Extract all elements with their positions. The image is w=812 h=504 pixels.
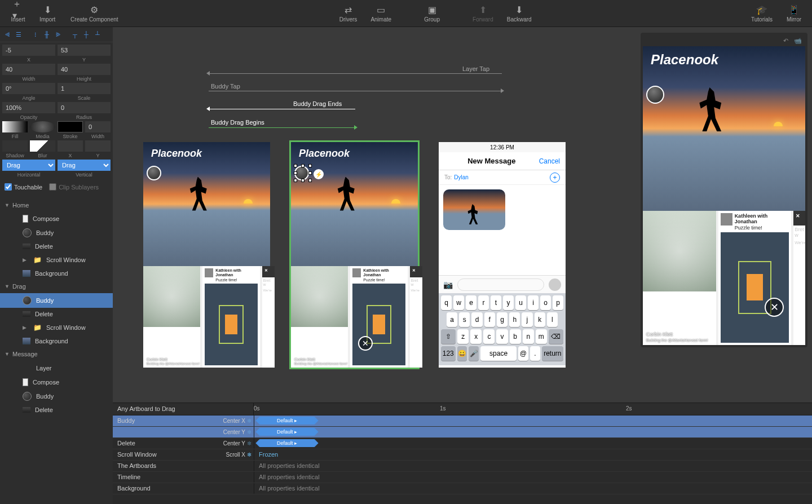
mic-icon[interactable] <box>549 278 561 291</box>
kb-key-c[interactable]: c <box>483 329 495 344</box>
backward-button[interactable]: ⬇ Backward <box>501 2 537 25</box>
blur-swatch[interactable] <box>30 140 55 152</box>
to-value[interactable]: Dylan <box>454 174 469 180</box>
lightning-icon[interactable]: ⚡ <box>314 169 324 179</box>
tree-section-drag[interactable]: ▼Drag <box>0 280 113 293</box>
insert-button[interactable]: ＋▾ Insert <box>5 2 32 25</box>
preview-close-icon[interactable]: ✕ <box>765 298 784 317</box>
kb-dot[interactable]: . <box>530 346 540 361</box>
animate-button[interactable]: ▭ Animate <box>365 2 397 25</box>
kb-mic[interactable]: 🎤 <box>469 346 479 361</box>
attachment-thumbnail[interactable] <box>443 189 505 230</box>
forward-button[interactable]: ⬆ Forward <box>467 2 499 25</box>
kb-key-j[interactable]: j <box>522 312 532 327</box>
tree-item-delete-drag[interactable]: Delete <box>0 308 113 320</box>
kb-key-o[interactable]: o <box>540 295 551 310</box>
tree-item-buddy-drag[interactable]: Buddy <box>0 293 113 308</box>
timeline-row[interactable]: DeleteCenter Y ❄Default ▸ <box>113 438 812 449</box>
artboard-drag[interactable]: Placenook ⚡ Corbin KlettBuilding the @At… <box>291 142 418 368</box>
undo-icon[interactable]: ↶ <box>783 37 788 45</box>
kb-key-v[interactable]: v <box>496 329 508 344</box>
import-button[interactable]: ⬇ Import <box>34 2 61 25</box>
kb-key-n[interactable]: n <box>523 329 534 344</box>
media-swatch[interactable] <box>30 121 55 132</box>
kb-123[interactable]: 123 <box>441 346 456 361</box>
kb-key-b[interactable]: b <box>510 329 521 344</box>
artboard-message[interactable]: 12:36 PM New Message Cancel To: Dylan + … <box>439 142 566 368</box>
distribute-v-icon[interactable]: ┼ <box>81 29 91 39</box>
timeline-row[interactable]: TimelineAll properties identical <box>113 472 812 483</box>
kb-key-z[interactable]: z <box>457 329 469 344</box>
tree-item-scroll-drag[interactable]: ▶📁Scroll Window <box>0 320 113 335</box>
horizontal-dropdown[interactable]: Drag <box>2 160 55 171</box>
kb-key-q[interactable]: q <box>441 295 452 310</box>
shadow-swatch[interactable] <box>2 140 28 152</box>
kb-key-k[interactable]: k <box>535 312 545 327</box>
kb-key-h[interactable]: h <box>509 312 520 327</box>
distribute-h-icon[interactable]: ┬ <box>70 29 80 39</box>
x-input[interactable] <box>2 45 55 56</box>
tree-item-background-home[interactable]: Background <box>0 267 113 280</box>
camera-icon[interactable]: 📷 <box>443 280 453 289</box>
tree-item-scroll-home[interactable]: ▶📁Scroll Window <box>0 253 113 267</box>
touchable-checkbox[interactable]: Touchable <box>2 181 45 193</box>
timeline-row[interactable]: Scroll WindowScroll X ❄Frozen <box>113 449 812 461</box>
tree-section-home[interactable]: ▼Home <box>0 198 113 212</box>
kb-key-x[interactable]: x <box>470 329 482 344</box>
kb-key-f[interactable]: f <box>484 312 495 327</box>
preview-avatar[interactable] <box>646 86 664 104</box>
timeline-row[interactable]: BackgroundAll properties identical <box>113 483 812 494</box>
kb-key-p[interactable]: p <box>553 295 563 310</box>
tree-item-buddy-home[interactable]: Buddy <box>0 226 113 240</box>
kb-key-t[interactable]: t <box>491 295 501 310</box>
kb-key-r[interactable]: r <box>478 295 489 310</box>
stroke-width-input[interactable] <box>85 121 111 132</box>
timeline-row[interactable]: The ArtboardsAll properties identical <box>113 461 812 472</box>
height-input[interactable] <box>58 64 111 75</box>
tutorials-button[interactable]: 🎓 Tutorials <box>745 2 778 25</box>
tree-item-background-drag[interactable]: Background <box>0 335 113 347</box>
artboard-home[interactable]: Placenook Corbin KlettBuilding the @Atla… <box>143 142 270 368</box>
vertical-dropdown[interactable]: Drag <box>58 160 111 171</box>
tree-item-compose[interactable]: Compose <box>0 212 113 226</box>
tree-item-buddy-msg[interactable]: Buddy <box>0 389 113 404</box>
tree-item-compose-msg[interactable]: Compose <box>0 375 113 389</box>
message-input[interactable] <box>457 278 544 291</box>
mirror-button[interactable]: 📱 Mirror <box>780 2 807 25</box>
timeline-row[interactable]: BuddyCenter X ❄Default ▸ <box>113 415 812 427</box>
align-left-icon[interactable]: ⫷ <box>2 29 12 39</box>
fill-swatch[interactable] <box>2 121 28 132</box>
width-input[interactable] <box>2 64 55 75</box>
kb-key-a[interactable]: a <box>447 312 457 327</box>
kb-key-g[interactable]: g <box>497 312 508 327</box>
tree-item-delete-msg[interactable]: Delete <box>0 404 113 416</box>
cancel-button[interactable]: Cancel <box>539 157 560 165</box>
kb-key-m[interactable]: m <box>536 329 547 344</box>
shadow-y-input[interactable] <box>85 140 111 152</box>
y-input[interactable] <box>58 45 111 56</box>
close-icon[interactable]: ✕ <box>358 336 373 351</box>
angle-input[interactable] <box>2 83 55 94</box>
kb-key-l[interactable]: l <box>547 312 558 327</box>
kb-return[interactable]: return <box>542 346 563 361</box>
align-middle-icon[interactable]: ╫ <box>42 29 52 39</box>
buddy-avatar[interactable] <box>147 166 161 180</box>
kb-key-w[interactable]: w <box>453 295 464 310</box>
group-button[interactable]: ▣ Group <box>418 2 445 25</box>
scale-input[interactable] <box>58 83 111 94</box>
kb-at[interactable]: @ <box>518 346 528 361</box>
kb-emoji[interactable]: 😀 <box>457 346 467 361</box>
kb-key-⇧[interactable]: ⇧ <box>441 329 456 344</box>
drivers-button[interactable]: ⇄ Drivers <box>334 2 363 25</box>
kb-space[interactable]: space <box>480 346 517 361</box>
distribute-icon[interactable]: ┴ <box>92 29 103 39</box>
selection-handles[interactable] <box>295 166 310 180</box>
clip-sublayers-checkbox[interactable]: Clip Sublayers <box>47 181 101 193</box>
kb-key-e[interactable]: e <box>466 295 476 310</box>
kb-key-u[interactable]: u <box>515 295 526 310</box>
align-center-h-icon[interactable]: ☰ <box>14 29 24 39</box>
shadow-x-input[interactable] <box>58 140 83 152</box>
stroke-swatch[interactable] <box>58 121 83 132</box>
kb-key-d[interactable]: d <box>471 312 482 327</box>
align-bottom-icon[interactable]: ⫸ <box>53 29 63 39</box>
